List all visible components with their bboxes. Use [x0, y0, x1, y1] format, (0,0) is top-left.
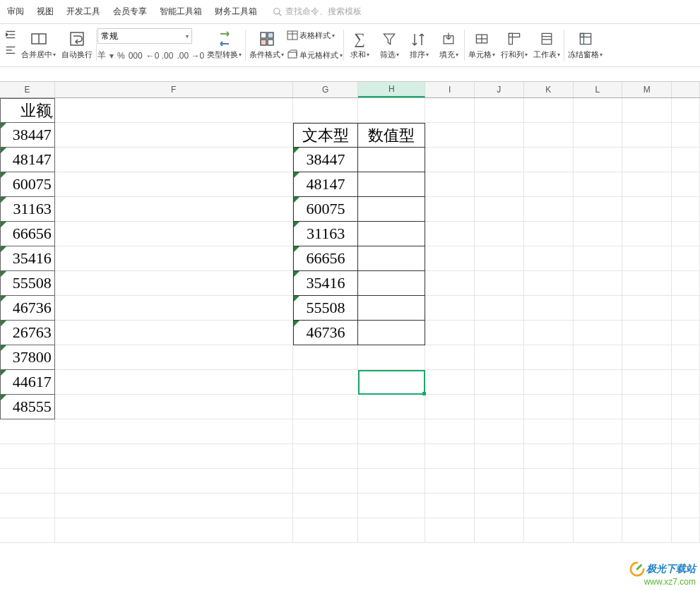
sort-button[interactable]: 排序▾: [404, 28, 434, 61]
cell[interactable]: [622, 123, 672, 148]
cell[interactable]: [358, 419, 425, 444]
cell[interactable]: [425, 148, 475, 172]
cell[interactable]: [358, 345, 425, 370]
cell[interactable]: 业额▾: [0, 98, 55, 123]
cell[interactable]: [55, 444, 293, 469]
cell[interactable]: [475, 518, 524, 543]
cell[interactable]: 46736: [293, 321, 359, 345]
cell[interactable]: [55, 197, 293, 222]
cell[interactable]: [475, 172, 524, 197]
cell[interactable]: [672, 321, 700, 345]
cell[interactable]: [524, 246, 574, 271]
col-header-J[interactable]: J: [475, 82, 524, 97]
cell[interactable]: [524, 469, 574, 494]
cell[interactable]: [672, 222, 700, 246]
cell[interactable]: [622, 246, 672, 271]
sheet-button[interactable]: 工作表▾: [530, 28, 563, 61]
cell[interactable]: 48147: [0, 148, 55, 172]
col-header-F[interactable]: F: [55, 82, 293, 97]
cell[interactable]: [425, 419, 475, 444]
filter-button[interactable]: 筛选▾: [374, 28, 404, 61]
cell[interactable]: [358, 98, 425, 123]
cell[interactable]: 38447: [293, 148, 359, 172]
cell[interactable]: [425, 172, 475, 197]
cell[interactable]: [524, 197, 574, 222]
cell-style-button[interactable]: 单元格样式▾: [287, 48, 343, 62]
cell[interactable]: [358, 296, 425, 321]
cell[interactable]: 55508: [293, 296, 359, 321]
cell[interactable]: [55, 345, 293, 370]
cell[interactable]: [293, 395, 359, 419]
cell[interactable]: [574, 296, 623, 321]
cell[interactable]: [574, 222, 623, 246]
cell[interactable]: [622, 419, 672, 444]
cell[interactable]: [55, 222, 293, 246]
cell[interactable]: [55, 271, 293, 296]
cell[interactable]: [55, 518, 293, 543]
freeze-button[interactable]: 冻结窗格▾: [565, 28, 605, 61]
command-search[interactable]: 查找命令、搜索模板: [273, 6, 362, 18]
cell[interactable]: [574, 419, 623, 444]
cell[interactable]: [622, 296, 672, 321]
cond-format-button[interactable]: 条件格式▾: [247, 28, 287, 61]
rowcol-button[interactable]: 行和列▾: [498, 28, 530, 61]
cell[interactable]: [574, 123, 623, 148]
cell[interactable]: [425, 197, 475, 222]
cell[interactable]: [475, 148, 524, 172]
cell[interactable]: 60075: [0, 172, 55, 197]
cell[interactable]: [524, 321, 574, 345]
cell[interactable]: [475, 469, 524, 494]
cell[interactable]: 35416: [293, 271, 359, 296]
cell[interactable]: [574, 345, 623, 370]
cell[interactable]: [358, 148, 425, 172]
cell[interactable]: [622, 444, 672, 469]
cell[interactable]: [425, 246, 475, 271]
col-header-E[interactable]: E: [0, 82, 55, 97]
cell[interactable]: [475, 444, 524, 469]
cell[interactable]: [55, 321, 293, 345]
cell[interactable]: [574, 271, 623, 296]
col-header-last[interactable]: [672, 82, 700, 97]
cell[interactable]: [574, 494, 623, 518]
cell[interactable]: [622, 148, 672, 172]
cell[interactable]: [358, 222, 425, 246]
cell[interactable]: 38447: [0, 123, 55, 148]
col-header-K[interactable]: K: [524, 82, 574, 97]
cell[interactable]: [574, 469, 623, 494]
cell[interactable]: [672, 271, 700, 296]
cell[interactable]: 37800: [0, 345, 55, 370]
cell[interactable]: [475, 345, 524, 370]
cell[interactable]: [672, 172, 700, 197]
cell[interactable]: [672, 444, 700, 469]
col-header-I[interactable]: I: [425, 82, 475, 97]
cell[interactable]: 48147: [293, 172, 359, 197]
cell[interactable]: [524, 419, 574, 444]
cell[interactable]: [358, 395, 425, 419]
cell[interactable]: [524, 148, 574, 172]
cell[interactable]: 26763: [0, 321, 55, 345]
cell[interactable]: [55, 172, 293, 197]
tab-dev[interactable]: 开发工具: [65, 4, 102, 19]
cell[interactable]: [0, 444, 55, 469]
cell[interactable]: [524, 296, 574, 321]
cell[interactable]: [475, 246, 524, 271]
cell[interactable]: [475, 296, 524, 321]
cell[interactable]: [574, 172, 623, 197]
cell[interactable]: [425, 296, 475, 321]
cell[interactable]: [622, 518, 672, 543]
cell[interactable]: [293, 345, 359, 370]
cell[interactable]: [475, 197, 524, 222]
cell[interactable]: [622, 321, 672, 345]
col-header-L[interactable]: L: [574, 82, 623, 97]
cell[interactable]: [425, 395, 475, 419]
cell[interactable]: [574, 444, 623, 469]
cell[interactable]: [622, 271, 672, 296]
cell[interactable]: [672, 98, 700, 123]
percent-button[interactable]: %: [117, 51, 125, 61]
cell[interactable]: [672, 395, 700, 419]
cell[interactable]: [574, 395, 623, 419]
cell[interactable]: [672, 296, 700, 321]
cell[interactable]: [293, 444, 359, 469]
cell[interactable]: [475, 370, 524, 395]
cell[interactable]: [358, 271, 425, 296]
